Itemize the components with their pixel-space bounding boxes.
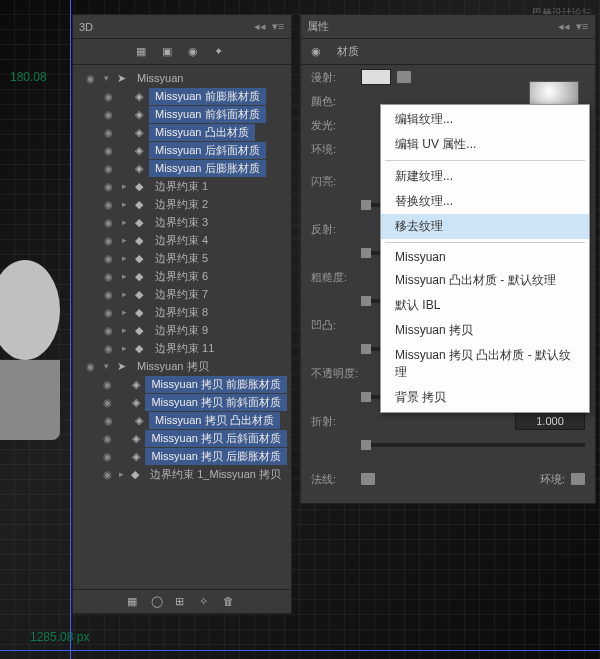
mask-icon[interactable]: ◯ xyxy=(151,595,165,609)
menu-item[interactable]: 编辑 UV 属性... xyxy=(381,132,589,157)
visibility-toggle-icon[interactable]: ◉ xyxy=(101,145,115,156)
twisty-icon[interactable]: ▸ xyxy=(119,289,129,299)
twisty-icon[interactable]: ▸ xyxy=(119,235,129,245)
tree-row[interactable]: ◉◈Missyuan 拷贝 后斜面材质 xyxy=(73,429,291,447)
visibility-toggle-icon[interactable]: ◉ xyxy=(101,217,115,228)
twisty-icon[interactable]: ▸ xyxy=(119,199,129,209)
guide-horizontal[interactable] xyxy=(0,650,600,651)
tree-row[interactable]: ◉◈Missyuan 拷贝 后膨胀材质 xyxy=(73,447,291,465)
guide-vertical[interactable] xyxy=(70,0,71,659)
visibility-toggle-icon[interactable]: ◉ xyxy=(101,397,114,408)
tree-row[interactable]: ◉▸◆边界约束 11 xyxy=(73,339,291,357)
mesh-icon: ◆ xyxy=(133,252,145,264)
visibility-toggle-icon[interactable]: ◉ xyxy=(101,253,115,264)
collapse-icon[interactable]: ◂◂ xyxy=(253,20,267,34)
visibility-toggle-icon[interactable]: ◉ xyxy=(101,271,115,282)
new-icon[interactable]: ⊞ xyxy=(175,595,189,609)
tree-row[interactable]: ◉◈Missyuan 拷贝 前斜面材质 xyxy=(73,393,291,411)
material-icon: ◈ xyxy=(131,450,142,462)
visibility-toggle-icon[interactable]: ◉ xyxy=(101,433,114,444)
refract-input[interactable] xyxy=(515,412,585,430)
menu-item[interactable]: 替换纹理... xyxy=(381,189,589,214)
twisty-icon[interactable]: ▸ xyxy=(119,271,129,281)
effects-icon[interactable]: ✧ xyxy=(199,595,213,609)
tree-row[interactable]: ◉▸◆边界约束 1_Missyuan 拷贝 xyxy=(73,465,291,483)
tree-row[interactable]: ◉▸◆边界约束 9 xyxy=(73,321,291,339)
arrow-icon: ➤ xyxy=(115,72,127,84)
tree-row[interactable]: ◉◈Missyuan 拷贝 前膨胀材质 xyxy=(73,375,291,393)
tree-row[interactable]: ◉▸◆边界约束 4 xyxy=(73,231,291,249)
visibility-toggle-icon[interactable]: ◉ xyxy=(101,289,115,300)
visibility-toggle-icon[interactable]: ◉ xyxy=(101,199,115,210)
tree-row[interactable]: ◉◈Missyuan 拷贝 凸出材质 xyxy=(73,411,291,429)
twisty-icon[interactable]: ▾ xyxy=(101,361,111,371)
twisty-icon[interactable]: ▸ xyxy=(119,181,129,191)
menu-item[interactable]: 编辑纹理... xyxy=(381,107,589,132)
tree-row[interactable]: ◉◈Missyuan 凸出材质 xyxy=(73,123,291,141)
tree-row[interactable]: ◉▸◆边界约束 2 xyxy=(73,195,291,213)
light-filter-icon[interactable]: ✦ xyxy=(214,45,228,59)
menu-item[interactable]: 默认 IBL xyxy=(381,293,589,318)
tree-row[interactable]: ◉▸◆边界约束 5 xyxy=(73,249,291,267)
tree-row[interactable]: ◉▸◆边界约束 7 xyxy=(73,285,291,303)
normals-texture-icon[interactable] xyxy=(361,473,375,485)
tree-row[interactable]: ◉◈Missyuan 前斜面材质 xyxy=(73,105,291,123)
material-filter-icon[interactable]: ◉ xyxy=(188,45,202,59)
visibility-toggle-icon[interactable]: ◉ xyxy=(101,109,115,120)
menu-item[interactable]: Missyuan 凸出材质 - 默认纹理 xyxy=(381,268,589,293)
collapse-icon[interactable]: ◂◂ xyxy=(557,20,571,34)
menu-icon[interactable]: ▾≡ xyxy=(575,20,589,34)
visibility-toggle-icon[interactable]: ◉ xyxy=(101,379,114,390)
tree-row[interactable]: ◉▸◆边界约束 3 xyxy=(73,213,291,231)
menu-icon[interactable]: ▾≡ xyxy=(271,20,285,34)
menu-item[interactable]: 背景 拷贝 xyxy=(381,385,589,410)
visibility-toggle-icon[interactable]: ◉ xyxy=(101,469,113,480)
visibility-toggle-icon[interactable]: ◉ xyxy=(101,325,115,336)
visibility-toggle-icon[interactable]: ◉ xyxy=(101,181,115,192)
visibility-toggle-icon[interactable]: ◉ xyxy=(101,307,115,318)
twisty-icon[interactable]: ▸ xyxy=(119,343,129,353)
menu-item[interactable]: Missyuan xyxy=(381,246,589,268)
twisty-icon[interactable]: ▸ xyxy=(119,217,129,227)
delete-icon[interactable]: 🗑 xyxy=(223,595,237,609)
refract-slider[interactable] xyxy=(361,443,585,447)
tree-row[interactable]: ◉◈Missyuan 后斜面材质 xyxy=(73,141,291,159)
tree-row[interactable]: ◉◈Missyuan 后膨胀材质 xyxy=(73,159,291,177)
twisty-icon[interactable]: ▾ xyxy=(101,73,111,83)
visibility-toggle-icon[interactable]: ◉ xyxy=(101,91,115,102)
material-tab-label[interactable]: 材质 xyxy=(337,44,359,59)
visibility-toggle-icon[interactable]: ◉ xyxy=(101,451,114,462)
visibility-toggle-icon[interactable]: ◉ xyxy=(101,343,115,354)
tree-row[interactable]: ◉◈Missyuan 前膨胀材质 xyxy=(73,87,291,105)
envmap-texture-icon[interactable] xyxy=(571,473,585,485)
tree-row[interactable]: ◉▾➤Missyuan xyxy=(73,69,291,87)
render-icon[interactable]: ▦ xyxy=(127,595,141,609)
menu-item[interactable]: Missyuan 拷贝 凸出材质 - 默认纹理 xyxy=(381,343,589,385)
twisty-icon[interactable]: ▸ xyxy=(119,307,129,317)
panel-props-header[interactable]: 属性 ◂◂ ▾≡ xyxy=(301,15,595,39)
diffuse-texture-icon[interactable] xyxy=(397,71,411,83)
material-tab-icon[interactable]: ◉ xyxy=(311,45,325,59)
diffuse-swatch[interactable] xyxy=(361,69,391,85)
twisty-icon[interactable]: ▸ xyxy=(119,253,129,263)
tree-row[interactable]: ◉▸◆边界约束 1 xyxy=(73,177,291,195)
panel-3d-header[interactable]: 3D ◂◂ ▾≡ xyxy=(73,15,291,39)
tree-row[interactable]: ◉▸◆边界约束 8 xyxy=(73,303,291,321)
visibility-toggle-icon[interactable]: ◉ xyxy=(101,127,115,138)
visibility-toggle-icon[interactable]: ◉ xyxy=(101,415,115,426)
visibility-toggle-icon[interactable]: ◉ xyxy=(101,163,115,174)
visibility-toggle-icon[interactable]: ◉ xyxy=(101,235,115,246)
tree-item-label: 边界约束 1_Missyuan 拷贝 xyxy=(144,466,287,483)
visibility-toggle-icon[interactable]: ◉ xyxy=(83,361,97,372)
menu-item[interactable]: Missyuan 拷贝 xyxy=(381,318,589,343)
menu-remove-texture[interactable]: 移去纹理 xyxy=(381,214,589,239)
tree-row[interactable]: ◉▾➤Missyuan 拷贝 xyxy=(73,357,291,375)
tree-row[interactable]: ◉▸◆边界约束 6 xyxy=(73,267,291,285)
mesh-filter-icon[interactable]: ▣ xyxy=(162,45,176,59)
menu-item[interactable]: 新建纹理... xyxy=(381,164,589,189)
rough-label: 粗糙度: xyxy=(311,270,355,285)
visibility-toggle-icon[interactable]: ◉ xyxy=(83,73,97,84)
scene-filter-icon[interactable]: ▦ xyxy=(136,45,150,59)
twisty-icon[interactable]: ▸ xyxy=(117,469,126,479)
twisty-icon[interactable]: ▸ xyxy=(119,325,129,335)
